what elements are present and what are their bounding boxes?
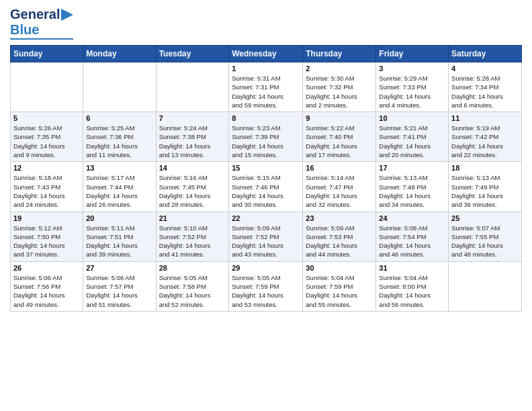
day-info: Sunrise: 5:10 AMSunset: 7:52 PMDaylight:… xyxy=(159,224,226,259)
calendar-cell: 4Sunrise: 5:28 AMSunset: 7:34 PMDaylight… xyxy=(449,62,522,112)
calendar-header-row: Sunday Monday Tuesday Wednesday Thursday… xyxy=(11,46,522,62)
calendar-cell: 29Sunrise: 5:05 AMSunset: 7:59 PMDayligh… xyxy=(229,261,303,311)
calendar-week-4: 19Sunrise: 5:12 AMSunset: 7:50 PMDayligh… xyxy=(11,212,522,261)
day-info: Sunrise: 5:29 AMSunset: 7:33 PMDaylight:… xyxy=(379,74,445,109)
day-info: Sunrise: 5:24 AMSunset: 7:38 PMDaylight:… xyxy=(159,124,226,159)
calendar-cell: 31Sunrise: 5:04 AMSunset: 8:00 PMDayligh… xyxy=(376,261,449,311)
calendar-cell: 9Sunrise: 5:22 AMSunset: 7:40 PMDaylight… xyxy=(303,112,376,162)
header: General Blue xyxy=(10,7,522,40)
day-info: Sunrise: 5:09 AMSunset: 7:52 PMDaylight:… xyxy=(232,224,300,259)
calendar-cell: 28Sunrise: 5:05 AMSunset: 7:58 PMDayligh… xyxy=(156,261,229,311)
day-number: 2 xyxy=(306,64,373,73)
calendar-cell: 14Sunrise: 5:16 AMSunset: 7:45 PMDayligh… xyxy=(156,162,229,212)
calendar-week-3: 12Sunrise: 5:18 AMSunset: 7:43 PMDayligh… xyxy=(11,162,522,212)
calendar-cell: 8Sunrise: 5:23 AMSunset: 7:39 PMDaylight… xyxy=(229,112,303,162)
day-info: Sunrise: 5:04 AMSunset: 7:59 PMDaylight:… xyxy=(306,273,373,309)
calendar-cell: 15Sunrise: 5:15 AMSunset: 7:46 PMDayligh… xyxy=(229,162,303,212)
calendar-cell: 26Sunrise: 5:06 AMSunset: 7:56 PMDayligh… xyxy=(11,261,83,311)
calendar-week-2: 5Sunrise: 5:26 AMSunset: 7:35 PMDaylight… xyxy=(11,112,522,162)
calendar-cell: 5Sunrise: 5:26 AMSunset: 7:35 PMDaylight… xyxy=(11,112,83,162)
calendar-cell: 12Sunrise: 5:18 AMSunset: 7:43 PMDayligh… xyxy=(11,162,83,212)
day-info: Sunrise: 5:04 AMSunset: 8:00 PMDaylight:… xyxy=(379,273,445,309)
day-number: 19 xyxy=(13,214,80,222)
col-wednesday: Wednesday xyxy=(229,46,303,62)
col-tuesday: Tuesday xyxy=(156,46,229,62)
day-number: 10 xyxy=(379,114,445,122)
day-info: Sunrise: 5:31 AMSunset: 7:31 PMDaylight:… xyxy=(232,74,300,109)
day-info: Sunrise: 5:21 AMSunset: 7:41 PMDaylight:… xyxy=(379,124,445,159)
day-info: Sunrise: 5:12 AMSunset: 7:50 PMDaylight:… xyxy=(13,224,80,259)
day-number: 13 xyxy=(86,164,152,172)
calendar-cell: 10Sunrise: 5:21 AMSunset: 7:41 PMDayligh… xyxy=(376,112,449,162)
day-number: 3 xyxy=(379,64,445,73)
calendar-cell: 11Sunrise: 5:19 AMSunset: 7:42 PMDayligh… xyxy=(449,112,522,162)
day-number: 9 xyxy=(306,114,373,122)
day-number: 18 xyxy=(451,164,519,172)
day-info: Sunrise: 5:16 AMSunset: 7:45 PMDaylight:… xyxy=(159,173,226,209)
day-info: Sunrise: 5:13 AMSunset: 7:49 PMDaylight:… xyxy=(451,173,519,209)
day-number: 31 xyxy=(379,264,445,272)
calendar-cell xyxy=(156,62,229,112)
day-number: 30 xyxy=(306,264,373,272)
day-info: Sunrise: 5:18 AMSunset: 7:43 PMDaylight:… xyxy=(13,173,80,209)
calendar-cell: 1Sunrise: 5:31 AMSunset: 7:31 PMDaylight… xyxy=(229,62,303,112)
day-info: Sunrise: 5:22 AMSunset: 7:40 PMDaylight:… xyxy=(306,124,373,159)
day-info: Sunrise: 5:13 AMSunset: 7:48 PMDaylight:… xyxy=(379,173,445,209)
calendar-cell: 13Sunrise: 5:17 AMSunset: 7:44 PMDayligh… xyxy=(83,162,156,212)
logo-underline xyxy=(10,38,73,40)
day-number: 16 xyxy=(306,164,373,172)
calendar-cell: 20Sunrise: 5:11 AMSunset: 7:51 PMDayligh… xyxy=(83,212,156,261)
calendar-cell: 27Sunrise: 5:06 AMSunset: 7:57 PMDayligh… xyxy=(83,261,156,311)
col-friday: Friday xyxy=(376,46,449,62)
day-number: 29 xyxy=(232,264,300,272)
day-info: Sunrise: 5:19 AMSunset: 7:42 PMDaylight:… xyxy=(451,124,519,159)
calendar-cell: 16Sunrise: 5:14 AMSunset: 7:47 PMDayligh… xyxy=(303,162,376,212)
svg-marker-0 xyxy=(61,9,73,21)
day-info: Sunrise: 5:08 AMSunset: 7:54 PMDaylight:… xyxy=(379,224,445,259)
day-info: Sunrise: 5:25 AMSunset: 7:36 PMDaylight:… xyxy=(86,124,152,159)
day-number: 22 xyxy=(232,214,300,222)
calendar-week-5: 26Sunrise: 5:06 AMSunset: 7:56 PMDayligh… xyxy=(11,261,522,311)
day-info: Sunrise: 5:05 AMSunset: 7:58 PMDaylight:… xyxy=(159,273,226,309)
day-number: 1 xyxy=(232,64,300,73)
page: General Blue Sunday Monday Tuesday Wedne… xyxy=(0,0,532,322)
day-number: 8 xyxy=(232,114,300,122)
col-monday: Monday xyxy=(83,46,156,62)
day-number: 20 xyxy=(86,214,152,222)
day-info: Sunrise: 5:14 AMSunset: 7:47 PMDaylight:… xyxy=(306,173,373,209)
col-saturday: Saturday xyxy=(449,46,522,62)
calendar-cell: 24Sunrise: 5:08 AMSunset: 7:54 PMDayligh… xyxy=(376,212,449,261)
day-info: Sunrise: 5:28 AMSunset: 7:34 PMDaylight:… xyxy=(451,74,519,109)
day-number: 6 xyxy=(86,114,152,122)
day-number: 27 xyxy=(86,264,152,272)
day-number: 11 xyxy=(451,114,519,122)
calendar-cell: 23Sunrise: 5:09 AMSunset: 7:53 PMDayligh… xyxy=(303,212,376,261)
day-number: 25 xyxy=(451,214,519,222)
day-number: 28 xyxy=(159,264,226,272)
calendar-cell xyxy=(83,62,156,112)
day-number: 24 xyxy=(379,214,445,222)
day-info: Sunrise: 5:11 AMSunset: 7:51 PMDaylight:… xyxy=(86,224,152,259)
day-number: 5 xyxy=(13,114,80,122)
calendar-cell xyxy=(449,261,522,311)
col-thursday: Thursday xyxy=(303,46,376,62)
day-number: 21 xyxy=(159,214,226,222)
calendar-cell: 17Sunrise: 5:13 AMSunset: 7:48 PMDayligh… xyxy=(376,162,449,212)
day-info: Sunrise: 5:30 AMSunset: 7:32 PMDaylight:… xyxy=(306,74,373,109)
logo-triangle-icon xyxy=(61,9,73,21)
calendar-cell xyxy=(11,62,83,112)
day-info: Sunrise: 5:06 AMSunset: 7:56 PMDaylight:… xyxy=(13,273,80,309)
calendar-cell: 2Sunrise: 5:30 AMSunset: 7:32 PMDaylight… xyxy=(303,62,376,112)
day-number: 15 xyxy=(232,164,300,172)
day-number: 7 xyxy=(159,114,226,122)
day-info: Sunrise: 5:09 AMSunset: 7:53 PMDaylight:… xyxy=(306,224,373,259)
calendar-week-1: 1Sunrise: 5:31 AMSunset: 7:31 PMDaylight… xyxy=(11,62,522,112)
col-sunday: Sunday xyxy=(11,46,83,62)
day-info: Sunrise: 5:15 AMSunset: 7:46 PMDaylight:… xyxy=(232,173,300,209)
logo-blue-text: Blue xyxy=(10,22,39,38)
logo: General Blue xyxy=(10,7,73,40)
day-info: Sunrise: 5:05 AMSunset: 7:59 PMDaylight:… xyxy=(232,273,300,309)
day-number: 23 xyxy=(306,214,373,222)
calendar-cell: 7Sunrise: 5:24 AMSunset: 7:38 PMDaylight… xyxy=(156,112,229,162)
calendar-cell: 21Sunrise: 5:10 AMSunset: 7:52 PMDayligh… xyxy=(156,212,229,261)
